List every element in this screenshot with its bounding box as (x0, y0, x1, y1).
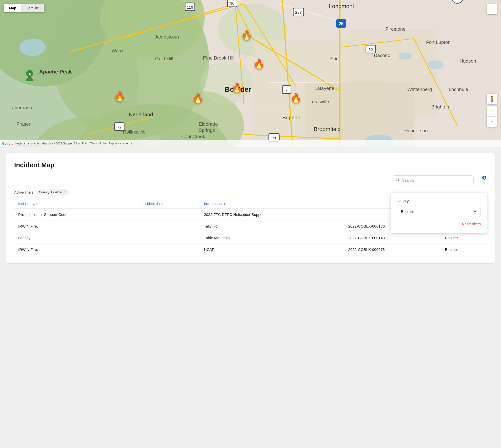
incident-type-cell: IRWIN Fire. (14, 220, 138, 232)
svg-text:Gold Hill: Gold Hill (155, 56, 173, 61)
svg-text:Dacono: Dacono (374, 53, 390, 58)
county-filter-select[interactable]: Boulder Denver Jefferson Adams Arapahoe (397, 206, 481, 217)
fire-marker-5[interactable]: 🔥 (192, 93, 204, 104)
incident-section-title: Incident Map (14, 161, 487, 169)
filter-button[interactable]: 1 (477, 175, 487, 185)
map-zoom-out-button[interactable]: − (487, 117, 497, 127)
fire-marker-4[interactable]: 🔥 (114, 91, 125, 102)
svg-text:36: 36 (230, 1, 234, 5)
svg-text:128: 128 (271, 136, 277, 140)
map-type-control: Map Satellite (4, 4, 44, 12)
svg-point-36 (428, 60, 444, 69)
svg-text:25: 25 (339, 21, 344, 26)
incident-name-cell: Table Mountain (200, 232, 344, 244)
incident-type-cell: Legacy (14, 232, 138, 244)
incident-date-cell (138, 232, 200, 244)
incident-id-cell: 2022-COBLX-000073 (344, 244, 441, 255)
incident-name-cell: 2022 FTC DFPC Helicopter Suppo (200, 209, 344, 220)
svg-text:52: 52 (369, 47, 373, 52)
map-pegman-button[interactable]: 🧍 (487, 94, 497, 104)
svg-text:Ward: Ward (111, 48, 123, 53)
col-incident-type[interactable]: Incident type (14, 199, 138, 209)
svg-line-109 (398, 180, 399, 181)
svg-text:Wattenberg: Wattenberg (407, 87, 432, 92)
svg-text:Springs: Springs (199, 127, 215, 133)
svg-rect-12 (349, 30, 436, 117)
svg-text:Fraser: Fraser (16, 121, 30, 127)
incident-type-cell: Pre-position or Support Code (14, 209, 138, 220)
svg-text:Eldorado: Eldorado (199, 121, 218, 127)
svg-text:119: 119 (187, 5, 193, 9)
incident-date-cell (138, 244, 200, 255)
table-row: Legacy Table Mountain 2022-COBLX-000143 … (14, 232, 487, 244)
svg-text:Apache Peak: Apache Peak (39, 69, 72, 74)
fire-marker-3[interactable]: 🔥 (231, 83, 243, 93)
incident-type-cell: IRWIN Fire. (14, 244, 138, 255)
filter-chip-county-boulder: County: Boulder × (36, 189, 69, 195)
col-incident-name[interactable]: Incident name (200, 199, 344, 209)
svg-text:72: 72 (117, 125, 122, 129)
incident-name-cell: Tally Ho (200, 220, 344, 232)
map-type-satellite-button[interactable]: Satellite (21, 4, 44, 12)
map-type-map-button[interactable]: Map (4, 4, 21, 12)
fire-marker-2[interactable]: 🔥 (253, 59, 265, 69)
incident-section: Incident Map 1 Active filters County: Bo… (6, 153, 495, 263)
map-container: 25 85 119 287 7 36 52 25 128 (0, 0, 501, 147)
svg-text:Firestone: Firestone (386, 26, 406, 32)
svg-text:Erie: Erie (330, 56, 339, 61)
svg-text:Superior: Superior (282, 115, 302, 120)
report-link[interactable]: Report a map error (109, 142, 132, 145)
filter-badge: 1 (482, 176, 486, 180)
svg-text:Longmont: Longmont (329, 3, 354, 9)
incident-date-cell (138, 209, 200, 220)
map-plain-label: Plain (82, 142, 88, 145)
map-footer: Google Keyboard shortcuts Map data ©2022… (0, 140, 501, 147)
map-zoom-in-button[interactable]: + (487, 106, 497, 117)
filter-popup: County Boulder Denver Jefferson Adams Ar… (391, 193, 487, 233)
county-filter-label: County (397, 199, 481, 203)
svg-text:Coal Creek: Coal Creek (181, 134, 205, 139)
incident-date-cell (138, 220, 200, 232)
search-input[interactable] (393, 175, 474, 185)
incident-name-cell: NCAR (200, 244, 344, 255)
svg-text:▲: ▲ (28, 72, 31, 76)
svg-text:287: 287 (295, 10, 302, 14)
search-icon (396, 178, 400, 183)
svg-text:Tabernash: Tabernash (10, 105, 32, 110)
svg-text:Brighton: Brighton (431, 104, 449, 109)
svg-point-35 (399, 52, 412, 60)
filter-chip-label: County: Boulder (39, 190, 62, 194)
svg-text:Hudson: Hudson (460, 58, 476, 64)
map-fullscreen-button[interactable] (487, 4, 497, 14)
fire-marker-6[interactable]: 🔥 (290, 93, 302, 104)
fire-marker-1[interactable]: 🔥 (241, 30, 252, 41)
search-input-wrapper (393, 175, 474, 185)
svg-text:7: 7 (285, 88, 288, 92)
active-filters-label: Active filters (14, 190, 33, 194)
map-data-label: Map data ©2022 Google (42, 142, 72, 145)
svg-text:Nederland: Nederland (129, 111, 153, 117)
svg-text:Pine Brook Hill: Pine Brook Hill (203, 55, 235, 61)
table-row: IRWIN Fire. NCAR 2022-COBLX-000073 Bould… (14, 244, 487, 255)
google-logo: Google (2, 142, 13, 145)
svg-point-9 (200, 60, 253, 104)
map-scale: 5 km (74, 142, 80, 145)
svg-text:Lafayette: Lafayette (315, 86, 334, 91)
svg-text:Fort Lupton: Fort Lupton (426, 40, 451, 45)
terms-link[interactable]: Terms of Use (90, 142, 107, 145)
incident-county-cell: Boulder (441, 244, 487, 255)
svg-text:Jamestown: Jamestown (155, 34, 179, 40)
incident-county-cell: Boulder (441, 232, 487, 244)
svg-text:Broomfield: Broomfield (314, 126, 341, 132)
svg-point-32 (20, 39, 46, 56)
svg-text:Louisville: Louisville (309, 99, 329, 104)
reset-filters-button[interactable]: Reset filters (397, 221, 481, 227)
svg-text:Henderson: Henderson (404, 128, 428, 133)
keyboard-shortcuts-link[interactable]: Keyboard shortcuts (15, 142, 40, 145)
filter-chip-remove-button[interactable]: × (64, 191, 66, 194)
col-incident-date[interactable]: Incident date (138, 199, 200, 209)
svg-text:Rollinsville: Rollinsville (123, 129, 145, 135)
table-toolbar: 1 (14, 175, 487, 185)
map-zoom-controls: + − (487, 106, 497, 127)
incident-id-cell: 2022-COBLX-000143 (344, 232, 441, 244)
